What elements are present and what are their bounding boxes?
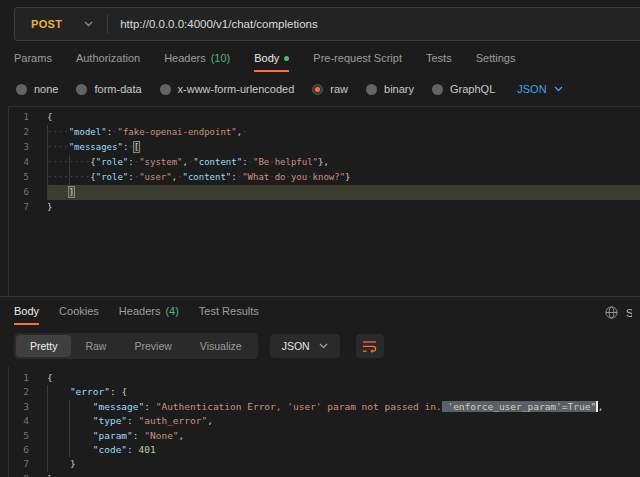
response-tab-cookies[interactable]: Cookies	[59, 305, 99, 325]
code-line[interactable]: 1{	[9, 371, 640, 385]
code-token: }	[345, 172, 350, 182]
url-bar: POST http://0.0.0.0:4000/v1/chat/complet…	[14, 7, 640, 41]
code-token	[47, 430, 93, 441]
tab-authorization[interactable]: Authorization	[76, 52, 140, 72]
response-tabs: BodyCookiesHeaders(4)Test Results	[14, 305, 259, 325]
code-line[interactable]: 2····"model":·"fake-openai-endpoint",·	[9, 125, 640, 140]
code-line[interactable]: 4 "type": "auth_error",	[9, 414, 640, 428]
response-tab-body[interactable]: Body	[14, 305, 39, 325]
code-token: "messages"	[69, 142, 123, 152]
code-line[interactable]: 5········{"role":·"user",·"content":·"Wh…	[9, 170, 640, 185]
code-line[interactable]: 4········{"role":·"system",·"content":·"…	[9, 155, 640, 170]
response-format-selector[interactable]: JSON	[270, 334, 340, 358]
code-token: ,	[598, 401, 604, 412]
body-format-label: JSON	[517, 83, 546, 95]
line-number: 7	[9, 200, 29, 215]
body-type-form-data[interactable]: form-data	[76, 83, 141, 95]
code-content: ····"messages":·[	[47, 142, 139, 152]
url-input[interactable]: http://0.0.0.0:4000/v1/chat/completions	[108, 18, 640, 30]
view-preview[interactable]: Preview	[120, 335, 185, 357]
radio-icon[interactable]	[366, 84, 377, 95]
code-line[interactable]: 5 "param": "None",	[9, 429, 640, 443]
code-content: }	[47, 202, 52, 212]
response-tab-headers[interactable]: Headers(4)	[119, 305, 179, 325]
tab-label: Body	[14, 305, 39, 317]
code-token	[47, 401, 93, 412]
response-tab-test-results[interactable]: Test Results	[199, 305, 259, 325]
method-selector[interactable]: POST	[15, 8, 107, 40]
code-content: "param": "None",	[47, 430, 184, 441]
tab-tests[interactable]: Tests	[426, 52, 452, 72]
code-token: "model"	[69, 127, 107, 137]
code-line[interactable]: 8}	[9, 472, 640, 477]
tab-headers[interactable]: Headers(10)	[164, 52, 230, 72]
code-content: {	[47, 372, 53, 383]
code-token: ,	[207, 415, 213, 426]
wrap-text-icon	[362, 340, 377, 353]
response-format-label: JSON	[282, 340, 310, 352]
radio-label: form-data	[94, 83, 141, 95]
tab-label: Body	[254, 52, 279, 64]
request-tabs: ParamsAuthorizationHeaders(10)BodyPre-re…	[0, 41, 640, 72]
tab-body[interactable]: Body	[254, 52, 289, 72]
tab-label: Pre-request Script	[313, 52, 402, 64]
body-format-selector[interactable]: JSON	[517, 83, 562, 95]
code-token	[47, 458, 70, 469]
code-token: ········	[47, 157, 90, 167]
view-pretty[interactable]: Pretty	[16, 335, 71, 357]
code-line[interactable]: 3····"messages":·[	[9, 140, 640, 155]
code-line[interactable]: 7}	[9, 200, 640, 215]
radio-icon[interactable]	[160, 84, 171, 95]
code-token: "error"	[70, 386, 110, 397]
response-editor[interactable]: 1{2 "error": {3 "message": "Authenticati…	[8, 367, 640, 477]
code-content: "message": "Authentication Error, 'user'…	[47, 401, 603, 412]
body-type-raw[interactable]: raw	[312, 83, 348, 95]
tab-label: Cookies	[59, 305, 99, 317]
code-token: "auth_error"	[139, 415, 208, 426]
code-content: "type": "auth_error",	[47, 415, 213, 426]
code-line[interactable]: 6 "code": 401	[9, 443, 640, 457]
request-editor[interactable]: 1{2····"model":·"fake-openai-endpoint",·…	[8, 106, 640, 296]
code-line[interactable]: 3 "message": "Authentication Error, 'use…	[9, 400, 640, 414]
code-token	[47, 415, 93, 426]
chevron-down-icon	[84, 21, 93, 27]
body-type-x-www-form-urlencoded[interactable]: x-www-form-urlencoded	[160, 83, 295, 95]
code-token: ····	[47, 187, 69, 197]
code-token: "message"	[93, 401, 144, 412]
tab-params[interactable]: Params	[14, 52, 52, 72]
line-number: 3	[9, 140, 29, 155]
view-visualize[interactable]: Visualize	[186, 335, 256, 357]
code-line[interactable]: 2 "error": {	[9, 385, 640, 399]
response-toolbar: PrettyRawPreviewVisualize JSON	[0, 325, 640, 367]
code-token: "None"	[144, 430, 178, 441]
code-token	[47, 386, 70, 397]
body-type-binary[interactable]: binary	[366, 83, 414, 95]
response-section: BodyCookiesHeaders(4)Test Results S Pret…	[0, 296, 640, 477]
code-line[interactable]: 6····]	[9, 185, 640, 200]
tab-label: Headers	[164, 52, 206, 64]
radio-icon[interactable]	[432, 84, 443, 95]
code-line[interactable]: 1{	[9, 110, 640, 125]
tab-pre-request-script[interactable]: Pre-request Script	[313, 52, 402, 72]
tab-count: (10)	[211, 52, 231, 64]
unsaved-dot-icon	[284, 56, 289, 61]
code-token: you	[291, 172, 307, 182]
code-content: ········{"role":·"user",·"content":·"Wha…	[47, 172, 351, 182]
tab-label: Authorization	[76, 52, 140, 64]
tab-label: Params	[14, 52, 52, 64]
radio-icon[interactable]	[16, 84, 27, 95]
tab-settings[interactable]: Settings	[476, 52, 516, 72]
code-token: }	[70, 458, 76, 469]
radio-icon[interactable]	[76, 84, 87, 95]
wrap-text-button[interactable]	[356, 334, 384, 358]
body-type-graphql[interactable]: GraphQL	[432, 83, 495, 95]
code-token: ·	[242, 127, 247, 137]
view-raw[interactable]: Raw	[71, 335, 120, 357]
code-token: "Be	[253, 157, 269, 167]
code-token: "role"	[96, 172, 129, 182]
body-type-none[interactable]: none	[16, 83, 58, 95]
globe-icon[interactable]	[605, 306, 618, 319]
code-line[interactable]: 7 }	[9, 457, 640, 471]
radio-icon[interactable]	[312, 84, 323, 95]
body-type-radios: noneform-datax-www-form-urlencodedrawbin…	[16, 83, 495, 95]
